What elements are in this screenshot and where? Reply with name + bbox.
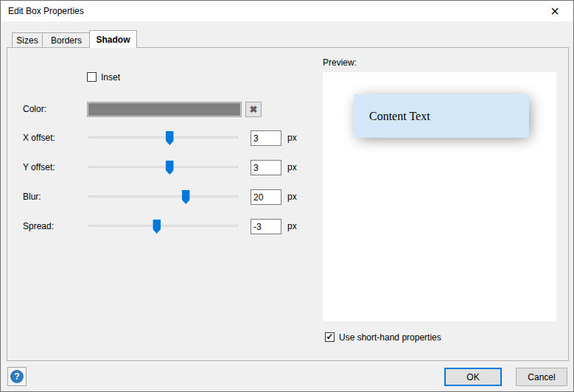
tab-sizes[interactable]: Sizes [12,32,43,48]
dialog-title: Edit Box Properties [8,6,84,16]
cancel-button[interactable]: Cancel [516,368,567,386]
preview-shadow-box: Content Text [354,94,529,138]
close-icon[interactable]: × [541,1,569,21]
edit-box-properties-dialog: Edit Box Properties × Sizes Borders Shad… [0,0,574,392]
titlebar: Edit Box Properties × [1,1,573,21]
tab-borders[interactable]: Borders [42,32,91,48]
preview-content-text: Content Text [354,110,430,123]
help-icon: ? [10,370,24,383]
help-button[interactable]: ? [7,367,27,386]
preview-area: Content Text [323,72,556,321]
tab-shadow[interactable]: Shadow [89,30,137,48]
ok-button[interactable]: OK [444,368,502,386]
